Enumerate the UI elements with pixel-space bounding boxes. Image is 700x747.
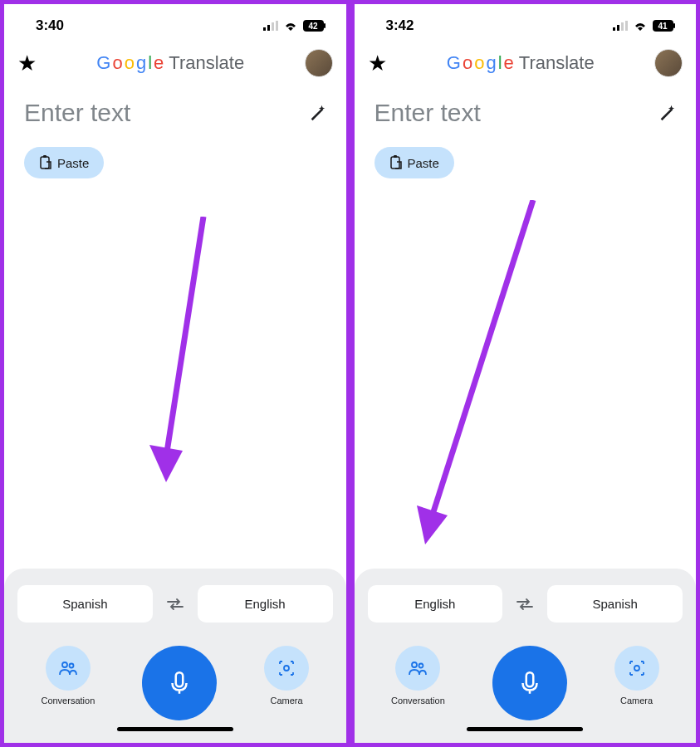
camera-action: Camera <box>614 646 659 706</box>
avatar[interactable] <box>654 49 683 77</box>
phone-screen-left: 3:40 42 ★ GoogleTranslate Enter text Pas… <box>0 0 350 747</box>
magic-wand-icon[interactable] <box>658 104 676 122</box>
svg-rect-2 <box>272 22 274 31</box>
svg-rect-15 <box>613 27 615 31</box>
swap-icon <box>516 597 534 612</box>
svg-text:42: 42 <box>308 22 318 31</box>
app-header: ★ GoogleTranslate <box>4 41 346 85</box>
camera-button[interactable] <box>264 646 309 691</box>
svg-rect-17 <box>621 22 624 31</box>
microphone-icon <box>516 669 544 697</box>
app-logo: GoogleTranslate <box>447 52 595 74</box>
star-icon[interactable]: ★ <box>368 51 387 76</box>
input-area: Enter text Paste <box>4 85 346 192</box>
svg-point-27 <box>419 664 423 668</box>
camera-label: Camera <box>270 696 302 706</box>
svg-rect-22 <box>391 157 399 168</box>
svg-rect-0 <box>263 27 266 31</box>
svg-point-14 <box>284 666 289 671</box>
source-language-button[interactable]: Spanish <box>17 585 153 622</box>
svg-rect-13 <box>176 672 184 686</box>
app-header: ★ GoogleTranslate <box>355 41 697 85</box>
language-row: English Spanish <box>368 585 683 622</box>
conversation-label: Conversation <box>391 696 445 706</box>
svg-line-9 <box>166 217 203 457</box>
conversation-icon <box>408 658 428 678</box>
microphone-button[interactable] <box>142 646 217 720</box>
magic-wand-icon[interactable] <box>308 104 326 122</box>
bottom-panel: Spanish English Conversation <box>4 569 346 743</box>
wifi-icon <box>633 21 648 31</box>
camera-icon <box>627 658 647 678</box>
svg-point-12 <box>69 664 73 668</box>
status-bar: 3:42 41 <box>355 4 697 41</box>
phone-screen-right: 3:42 41 ★ GoogleTranslate Enter text Pas… <box>350 0 701 747</box>
cellular-icon <box>613 21 628 31</box>
camera-icon <box>277 658 296 678</box>
svg-point-26 <box>412 662 417 667</box>
microphone-button[interactable] <box>492 646 567 720</box>
status-time: 3:42 <box>386 17 414 34</box>
svg-marker-10 <box>149 445 183 482</box>
svg-point-29 <box>634 666 639 671</box>
svg-rect-16 <box>617 25 619 31</box>
conversation-label: Conversation <box>41 696 95 706</box>
action-row: Conversation Camera <box>17 646 333 720</box>
content-spacer <box>4 192 346 569</box>
text-input-placeholder[interactable]: Enter text <box>374 99 481 127</box>
camera-action: Camera <box>264 646 309 706</box>
cellular-icon <box>263 21 278 31</box>
annotation-arrow <box>129 217 228 499</box>
status-bar: 3:40 42 <box>4 4 346 41</box>
camera-label: Camera <box>620 696 653 706</box>
language-row: Spanish English <box>17 585 333 622</box>
mic-action <box>492 646 567 720</box>
conversation-button[interactable] <box>395 646 440 691</box>
svg-rect-1 <box>267 25 270 31</box>
conversation-action: Conversation <box>391 646 445 706</box>
paste-icon <box>39 155 52 170</box>
microphone-icon <box>165 669 193 697</box>
annotation-arrow <box>388 200 554 557</box>
paste-button[interactable]: Paste <box>24 147 104 178</box>
input-area: Enter text Paste <box>355 85 697 192</box>
svg-rect-5 <box>324 23 326 28</box>
paste-label: Paste <box>57 156 89 170</box>
mic-action <box>142 646 217 720</box>
text-input-placeholder[interactable]: Enter text <box>24 99 130 127</box>
svg-rect-8 <box>43 155 47 158</box>
paste-icon <box>389 155 403 170</box>
status-icons: 41 <box>613 20 676 32</box>
action-row: Conversation Camera <box>368 646 683 720</box>
svg-rect-18 <box>625 21 628 31</box>
source-language-button[interactable]: English <box>368 585 503 622</box>
svg-point-11 <box>62 662 67 667</box>
target-language-button[interactable]: Spanish <box>547 585 683 622</box>
swap-languages-button[interactable] <box>512 593 537 615</box>
home-indicator[interactable] <box>467 727 583 731</box>
conversation-action: Conversation <box>41 646 95 706</box>
app-logo: GoogleTranslate <box>96 52 244 74</box>
conversation-icon <box>58 658 78 678</box>
status-icons: 42 <box>263 20 326 32</box>
bottom-panel: English Spanish Conversation <box>355 569 697 743</box>
svg-line-24 <box>431 200 533 520</box>
battery-icon: 41 <box>653 20 676 32</box>
svg-rect-20 <box>673 23 675 28</box>
avatar[interactable] <box>305 49 333 77</box>
content-spacer <box>355 192 697 569</box>
battery-icon: 42 <box>303 20 326 32</box>
svg-rect-7 <box>41 157 49 168</box>
conversation-button[interactable] <box>46 646 91 691</box>
target-language-button[interactable]: English <box>198 585 333 622</box>
swap-languages-button[interactable] <box>163 593 188 615</box>
status-time: 3:40 <box>36 17 64 34</box>
paste-label: Paste <box>408 156 439 170</box>
svg-text:41: 41 <box>658 22 668 31</box>
paste-button[interactable]: Paste <box>374 147 454 178</box>
camera-button[interactable] <box>614 646 659 691</box>
home-indicator[interactable] <box>117 727 233 731</box>
star-icon[interactable]: ★ <box>17 51 37 76</box>
svg-rect-28 <box>526 672 533 686</box>
svg-rect-23 <box>394 155 397 158</box>
